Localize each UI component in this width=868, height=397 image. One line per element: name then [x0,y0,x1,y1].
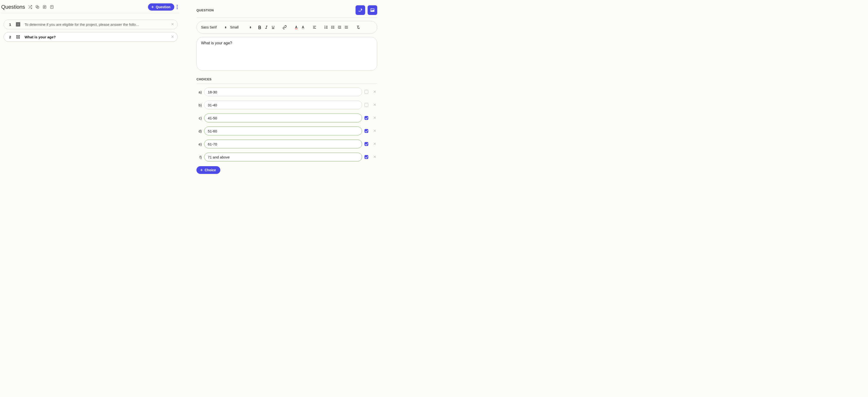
choice-row: e)✕ [196,140,377,148]
choice-label: e) [196,142,202,146]
more-options-button[interactable] [176,4,179,10]
copy-icon[interactable] [35,5,39,9]
choice-input[interactable] [204,153,362,161]
question-text-content: What is your age? [201,41,232,45]
choice-row: b)✕ [196,101,377,109]
help-icon[interactable] [50,5,54,9]
svg-point-38 [332,26,332,27]
shuffle-icon[interactable] [28,5,32,9]
choice-row: a)✕ [196,88,377,96]
delete-choice-button[interactable]: ✕ [372,128,377,134]
indent-button[interactable] [343,24,349,30]
multiple-choice-icon [16,35,20,39]
font-family-value: Sans Serif [201,25,217,29]
choice-row: c)✕ [196,114,377,122]
align-button[interactable] [311,24,318,30]
list-icon[interactable] [42,5,47,9]
delete-choice-button[interactable]: ✕ [372,89,377,95]
svg-rect-13 [18,24,18,25]
svg-point-39 [332,27,332,28]
question-list-item[interactable]: 2What is your age?✕ [4,32,178,42]
choice-label: d) [196,129,202,133]
delete-choice-button[interactable]: ✕ [372,102,377,108]
image-button[interactable] [368,5,377,15]
choice-row: d)✕ [196,126,377,135]
info-icon [16,22,20,27]
delete-question-button[interactable]: ✕ [171,23,174,26]
delete-question-button[interactable]: ✕ [171,35,174,39]
svg-rect-25 [302,28,304,29]
choice-row: f)✕ [196,153,377,161]
highlight-button[interactable] [300,24,306,30]
question-number: 1 [9,23,11,27]
correct-checkbox[interactable] [365,142,368,146]
question-preview-text: What is your age? [25,35,166,39]
link-button[interactable] [282,24,288,30]
correct-checkbox[interactable] [365,129,368,133]
svg-rect-14 [18,24,18,24]
choice-input[interactable] [204,114,362,122]
svg-line-20 [266,26,267,29]
add-question-label: Question [156,5,170,9]
page-title: Questions [1,4,25,10]
rich-text-toolbar: Sans Serif Small [196,21,377,33]
font-size-value: Small [230,25,239,29]
choice-label: f) [196,155,202,159]
underline-button[interactable] [270,24,276,30]
eraser-button[interactable] [355,5,365,15]
text-color-button[interactable] [293,24,299,30]
font-family-select[interactable]: Sans Serif [201,25,226,29]
add-question-button[interactable]: Question [148,3,174,10]
delete-choice-button[interactable]: ✕ [372,154,377,160]
questions-header: Questions Question [1,2,180,13]
clear-format-button[interactable] [355,24,361,30]
correct-checkbox[interactable] [365,155,368,159]
choice-label: b) [196,103,202,107]
delete-choice-button[interactable]: ✕ [372,115,377,121]
choice-label: a) [196,90,202,94]
choice-label: c) [196,116,202,120]
font-size-select[interactable]: Small [230,25,251,29]
correct-checkbox[interactable] [365,90,368,94]
choice-input[interactable] [204,126,362,135]
choice-input[interactable] [204,88,362,96]
question-preview-text: To determine if you are eligible for the… [25,23,166,27]
question-number: 2 [9,35,11,39]
svg-line-2 [29,5,30,6]
choices-section-title: CHOICES [196,78,212,81]
bold-button[interactable] [256,24,263,30]
add-choice-button[interactable]: Choice [196,166,220,174]
italic-button[interactable] [263,24,270,30]
correct-checkbox[interactable] [365,103,368,107]
choice-input[interactable] [204,140,362,148]
add-choice-label: Choice [205,168,216,172]
delete-choice-button[interactable]: ✕ [372,141,377,147]
ordered-list-button[interactable]: 123 [323,24,329,30]
svg-point-40 [332,28,332,29]
outdent-button[interactable] [337,24,343,30]
correct-checkbox[interactable] [365,116,368,120]
question-section-title: QUESTION [196,8,214,12]
question-text-editor[interactable]: What is your age? [196,37,377,71]
question-list-item[interactable]: 1To determine if you are eligible for th… [4,20,178,29]
svg-text:3: 3 [324,28,325,29]
choice-input[interactable] [204,101,362,109]
choices-list: a)✕b)✕c)✕d)✕e)✕f)✕ [196,88,377,161]
unordered-list-button[interactable] [330,24,336,30]
question-list: 1To determine if you are eligible for th… [1,20,180,42]
